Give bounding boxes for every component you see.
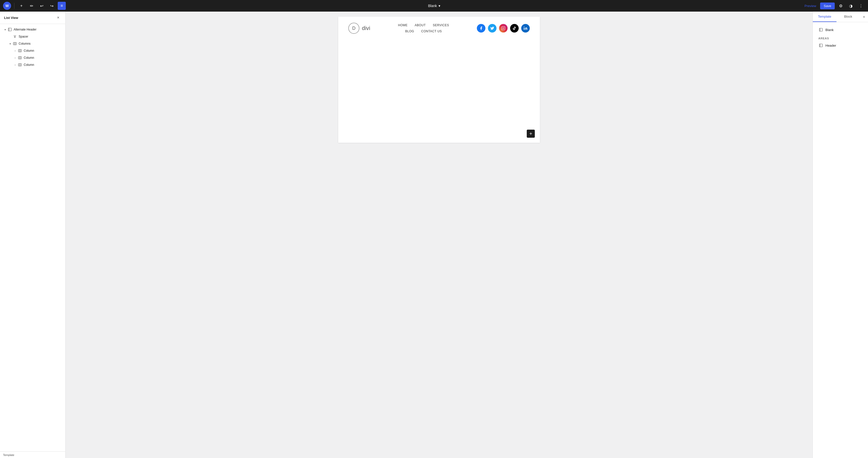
toolbar-separator-1 — [14, 3, 14, 9]
toggle-icon: ▾ — [3, 28, 7, 31]
more-button[interactable]: ⋮ — [857, 2, 865, 10]
svg-rect-7 — [19, 50, 22, 52]
nav-about[interactable]: ABOUT — [414, 24, 426, 27]
main-layout: List View × ▾ Alternate Header — [0, 11, 868, 458]
rp-blank-label: Blank — [826, 28, 834, 32]
svg-rect-0 — [8, 28, 11, 31]
header-item-icon — [818, 43, 824, 48]
tiktok-icon[interactable] — [510, 24, 519, 32]
rp-content: Blank AREAS Header — [813, 22, 868, 53]
status-bar: Template — [0, 452, 65, 458]
tree-item-column-2[interactable]: › Column — [1, 54, 64, 61]
preview-button[interactable]: Preview — [803, 3, 818, 9]
right-panel: Template Block × Blank AREAS — [812, 11, 868, 458]
social-icons — [477, 24, 530, 32]
tree-item-column-1[interactable]: › Column — [1, 47, 64, 54]
tree-item-label: Alternate Header — [13, 28, 36, 31]
spacer-label: Spacer — [19, 35, 28, 38]
svg-rect-4 — [13, 42, 17, 45]
tree-item-column-3[interactable]: › Column — [1, 61, 64, 68]
svg-point-19 — [524, 27, 525, 27]
blank-item-icon — [818, 27, 824, 32]
instagram-icon[interactable] — [499, 24, 507, 32]
columns-label: Columns — [19, 42, 31, 46]
contrast-button[interactable]: ◑ — [847, 2, 855, 10]
svg-rect-10 — [19, 57, 22, 59]
linkedin-icon[interactable] — [521, 24, 530, 32]
edit-button[interactable]: ✏ — [28, 2, 35, 10]
rp-header-item[interactable]: Header — [816, 41, 865, 50]
facebook-icon[interactable] — [477, 24, 486, 32]
column-2-label: Column — [24, 56, 34, 59]
nav-row-2: BLOG CONTACT US — [405, 29, 442, 33]
left-panel: List View × ▾ Alternate Header — [0, 11, 65, 458]
toggle-column-2: › — [13, 56, 17, 60]
column-3-label: Column — [24, 63, 34, 66]
tree: ▾ Alternate Header — [0, 24, 65, 452]
canvas-page: D divi HOME ABOUT SERVICES BLOG CONTACT … — [338, 17, 540, 143]
areas-section-label: AREAS — [816, 34, 865, 41]
panel-title: List View — [4, 16, 18, 20]
toggle-spacer — [8, 34, 12, 38]
columns-icon — [12, 41, 17, 46]
toggle-column-3: › — [13, 63, 17, 67]
spacer-icon — [12, 34, 17, 39]
svg-rect-22 — [819, 44, 823, 47]
wp-logo[interactable]: W — [3, 2, 11, 10]
undo-button[interactable]: ↩ — [37, 2, 45, 10]
svg-rect-18 — [524, 28, 525, 30]
close-right-panel-button[interactable]: × — [860, 11, 868, 22]
column-2-icon — [18, 56, 22, 60]
blank-selector[interactable]: Blank ▾ — [426, 3, 443, 9]
nav-row-1: HOME ABOUT SERVICES — [398, 24, 449, 27]
blank-selector-label: Blank — [428, 4, 437, 8]
nav-services[interactable]: SERVICES — [433, 24, 449, 27]
svg-rect-20 — [819, 28, 823, 31]
save-button[interactable]: Save — [820, 2, 835, 9]
nav-home[interactable]: HOME — [398, 24, 407, 27]
tree-item-columns[interactable]: ▾ Columns — [1, 40, 64, 47]
toolbar-center: Blank ▾ — [68, 3, 801, 9]
list-view-button[interactable]: ≡ — [58, 2, 66, 10]
logo-letter: D — [352, 26, 355, 31]
nav-contact[interactable]: CONTACT US — [421, 29, 442, 33]
add-button[interactable]: + — [18, 2, 26, 10]
rp-blank-item[interactable]: Blank — [816, 25, 865, 34]
add-block-button[interactable]: + — [527, 130, 535, 138]
tab-template[interactable]: Template — [813, 11, 837, 22]
settings-button[interactable]: ⚙ — [837, 2, 845, 10]
panel-header: List View × — [0, 11, 65, 24]
wp-logo-letter: W — [5, 4, 8, 8]
logo-text: divi — [362, 25, 370, 31]
tree-item-spacer[interactable]: Spacer — [1, 33, 64, 40]
chevron-down-icon: ▾ — [438, 4, 440, 8]
close-panel-button[interactable]: × — [55, 15, 61, 21]
right-panel-header: Template Block × — [813, 11, 868, 22]
column-1-label: Column — [24, 49, 34, 53]
site-logo: D divi — [348, 23, 370, 34]
toolbar: W + ✏ ↩ ↪ ≡ Blank ▾ Preview Save ⚙ ◑ ⋮ — [0, 0, 868, 11]
canvas-area: D divi HOME ABOUT SERVICES BLOG CONTACT … — [65, 11, 812, 458]
tree-item-alternate-header[interactable]: ▾ Alternate Header — [1, 26, 64, 33]
toggle-columns: ▾ — [8, 41, 12, 46]
block-icon — [7, 27, 12, 32]
status-text: Template — [3, 454, 14, 457]
toolbar-right: Preview Save ⚙ ◑ ⋮ — [803, 2, 865, 10]
redo-button[interactable]: ↪ — [48, 2, 56, 10]
toggle-column-1: › — [13, 49, 17, 53]
tab-block[interactable]: Block — [837, 11, 860, 22]
twitter-icon[interactable] — [488, 24, 496, 32]
logo-circle: D — [348, 23, 360, 34]
rp-header-label: Header — [826, 44, 836, 48]
svg-rect-13 — [19, 63, 22, 66]
site-header: D divi HOME ABOUT SERVICES BLOG CONTACT … — [338, 17, 540, 40]
column-1-icon — [18, 49, 22, 53]
column-3-icon — [18, 62, 22, 67]
plus-icon: + — [529, 131, 532, 137]
nav-blog[interactable]: BLOG — [405, 29, 414, 33]
site-nav: HOME ABOUT SERVICES BLOG CONTACT US — [398, 24, 449, 33]
svg-rect-16 — [501, 27, 505, 30]
